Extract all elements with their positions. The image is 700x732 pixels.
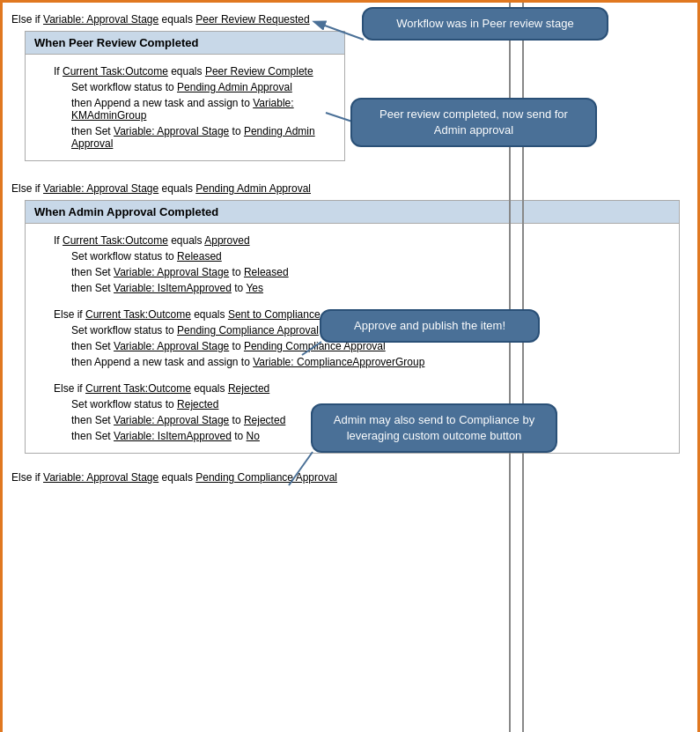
action-append-task-kmadmin: then Append a new task and assign to Var…: [71, 97, 334, 122]
callout-peer-review-stage: Workflow was in Peer review stage: [362, 7, 608, 41]
callout-admin-compliance: Admin may also send to Compliance by lev…: [311, 403, 557, 453]
callout-peer-review-completed: Peer review completed, now send for Admi…: [350, 98, 597, 147]
action-set-status-released: Set workflow status to Released: [71, 250, 668, 262]
section-admin-approval-header: When Admin Approval Completed: [26, 201, 679, 224]
if-approved: If Current Task:Outcome equals Approved: [54, 234, 668, 247]
section-peer-review-header: When Peer Review Completed: [26, 32, 344, 55]
action-append-task-compliance-approver: then Append a new task and assign to Var…: [71, 356, 668, 368]
else-if-line-2: Else if Variable: Approval Stage equals …: [11, 182, 689, 195]
action-set-approval-stage-pending-admin: then Set Variable: Approval Stage to Pen…: [71, 125, 334, 150]
else-if-rejected: Else if Current Task:Outcome equals Reje…: [54, 382, 668, 395]
action-set-isitemapproved-yes: then Set Variable: IsItemApproved to Yes: [71, 282, 668, 294]
action-set-approval-stage-released: then Set Variable: Approval Stage to Rel…: [71, 266, 668, 278]
else-if-line-3: Else if Variable: Approval Stage equals …: [11, 471, 689, 484]
section-peer-review: When Peer Review Completed If Current Ta…: [25, 31, 345, 161]
callout-approve-publish: Approve and publish the item!: [320, 309, 540, 343]
if-peer-review-complete: If Current Task:Outcome equals Peer Revi…: [54, 65, 334, 78]
action-set-status-pending-admin: Set workflow status to Pending Admin App…: [71, 81, 334, 93]
